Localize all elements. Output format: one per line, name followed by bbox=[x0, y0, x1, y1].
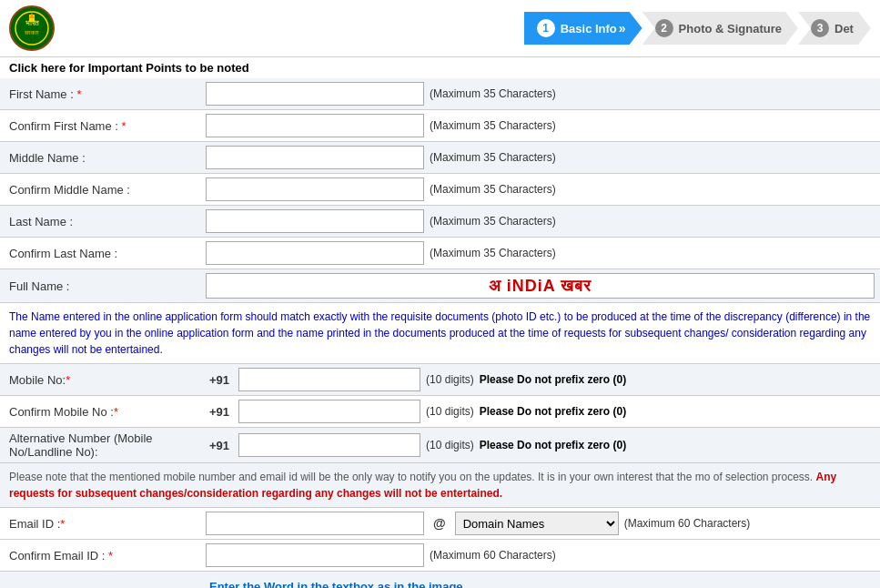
confirm-mobile-input[interactable] bbox=[238, 400, 420, 423]
email-row: Email ID :* @ Domain Names gmail.com yah… bbox=[0, 508, 880, 540]
mobile-no-input-cell: +91 (10 digits) Please Do not prefix zer… bbox=[200, 364, 880, 395]
confirm-mobile-prefix: +91 bbox=[206, 405, 233, 419]
svg-text:सरकार: सरकार bbox=[24, 30, 39, 35]
confirm-last-name-row: Confirm Last Name : (Maximum 35 Characte… bbox=[0, 238, 880, 269]
confirm-last-name-label: Confirm Last Name : bbox=[0, 243, 200, 264]
important-link[interactable]: Click here for Important Points to be no… bbox=[0, 57, 880, 78]
middle-name-row: Middle Name : (Maximum 35 Characters) bbox=[0, 142, 880, 174]
middle-name-label: Middle Name : bbox=[0, 147, 200, 168]
first-name-input-cell: (Maximum 35 Characters) bbox=[200, 78, 880, 109]
alt-number-input[interactable] bbox=[238, 433, 420, 457]
confirm-mobile-row: Confirm Mobile No :* +91 (10 digits) Ple… bbox=[0, 396, 880, 428]
alt-number-input-cell: +91 (10 digits) Please Do not prefix zer… bbox=[200, 430, 880, 461]
confirm-email-label: Confirm Email ID : * bbox=[0, 545, 200, 566]
confirm-last-name-hint: (Maximum 35 Characters) bbox=[430, 247, 556, 259]
step-2-number: 2 bbox=[655, 19, 673, 37]
captcha-instruction-link[interactable]: Enter the Word in the textbox as in the … bbox=[209, 580, 463, 588]
logo: भारत सरकार bbox=[9, 5, 55, 51]
mobile-no-row: Mobile No:* +91 (10 digits) Please Do no… bbox=[0, 364, 880, 396]
first-name-label: First Name : * bbox=[0, 84, 200, 105]
step-1-number: 1 bbox=[537, 19, 555, 37]
mobile-no-label: Mobile No:* bbox=[0, 370, 200, 390]
captcha-instruction-row: Enter the Word in the textbox as in the … bbox=[0, 572, 880, 588]
step-1-chevron: » bbox=[619, 21, 626, 35]
domain-select[interactable]: Domain Names gmail.com yahoo.com hotmail… bbox=[455, 512, 619, 535]
important-link-text[interactable]: Click here for Important Points to be no… bbox=[9, 61, 249, 75]
mobile-required: * bbox=[66, 373, 70, 387]
email-required: * bbox=[60, 517, 65, 531]
step-1[interactable]: 1 Basic Info » bbox=[524, 12, 642, 45]
confirm-first-name-label: Confirm First Name : * bbox=[0, 116, 200, 137]
mobile-input[interactable] bbox=[238, 368, 420, 391]
confirm-last-name-input-cell: (Maximum 35 Characters) bbox=[200, 238, 880, 269]
full-name-row: Full Name : अ iNDiA खबर bbox=[0, 269, 880, 303]
step-3-label: Det bbox=[834, 22, 854, 35]
last-name-label: Last Name : bbox=[0, 211, 200, 232]
confirm-email-input[interactable] bbox=[206, 543, 424, 567]
confirm-mobile-bold-hint: Please Do not prefix zero (0) bbox=[480, 405, 626, 418]
confirm-first-name-required: * bbox=[122, 119, 126, 133]
confirm-email-row: Confirm Email ID : * (Maximum 60 Charact… bbox=[0, 540, 880, 572]
alt-number-bold-hint: Please Do not prefix zero (0) bbox=[480, 439, 626, 451]
confirm-email-input-cell: (Maximum 60 Characters) bbox=[200, 540, 880, 571]
confirm-email-hint: (Maximum 60 Characters) bbox=[430, 549, 556, 562]
email-input-cell: @ Domain Names gmail.com yahoo.com hotma… bbox=[200, 508, 880, 539]
last-name-input-cell: (Maximum 35 Characters) bbox=[200, 206, 880, 237]
step-2[interactable]: 2 Photo & Signature bbox=[642, 12, 798, 45]
step-3[interactable]: 3 Det bbox=[798, 12, 871, 45]
mobile-bold-hint: Please Do not prefix zero (0) bbox=[480, 373, 626, 386]
confirm-mobile-input-cell: +91 (10 digits) Please Do not prefix zer… bbox=[200, 396, 880, 427]
middle-name-input[interactable] bbox=[206, 146, 424, 169]
confirm-last-name-input[interactable] bbox=[206, 241, 424, 265]
alt-number-label: Alternative Number (Mobile No/Landline N… bbox=[0, 428, 200, 462]
full-name-display-cell: अ iNDiA खबर bbox=[200, 269, 880, 302]
mobile-notice-row: Please note that the mentioned mobile nu… bbox=[0, 463, 880, 508]
email-label: Email ID :* bbox=[0, 513, 200, 534]
steps-bar: 1 Basic Info » 2 Photo & Signature 3 Det bbox=[524, 12, 871, 45]
confirm-first-name-row: Confirm First Name : * (Maximum 35 Chara… bbox=[0, 110, 880, 142]
step-1-label: Basic Info bbox=[561, 22, 617, 35]
first-name-input[interactable] bbox=[206, 82, 424, 106]
first-name-required: * bbox=[76, 87, 81, 101]
confirm-mobile-required: * bbox=[114, 405, 118, 419]
confirm-middle-name-row: Confirm Middle Name : (Maximum 35 Charac… bbox=[0, 174, 880, 206]
alt-number-hint: (10 digits) bbox=[426, 439, 474, 451]
email-hint: (Maximum 60 Characters) bbox=[624, 517, 751, 530]
confirm-email-required: * bbox=[108, 549, 113, 563]
email-input[interactable] bbox=[206, 512, 424, 535]
mobile-notice-text: Please note that the mentioned mobile nu… bbox=[9, 471, 813, 483]
confirm-first-name-input-cell: (Maximum 35 Characters) bbox=[200, 110, 880, 141]
confirm-middle-name-input[interactable] bbox=[206, 177, 424, 201]
name-notice: The Name entered in the online applicati… bbox=[0, 303, 880, 364]
header: भारत सरकार 1 Basic Info » 2 Photo & Sign… bbox=[0, 0, 880, 57]
step-2-label: Photo & Signature bbox=[679, 22, 782, 35]
confirm-mobile-hint: (10 digits) bbox=[426, 405, 474, 418]
full-name-label: Full Name : bbox=[0, 276, 200, 297]
middle-name-hint: (Maximum 35 Characters) bbox=[430, 151, 556, 164]
last-name-input[interactable] bbox=[206, 209, 424, 233]
alt-number-row: Alternative Number (Mobile No/Landline N… bbox=[0, 428, 880, 463]
first-name-row: First Name : * (Maximum 35 Characters) bbox=[0, 78, 880, 110]
mobile-hint: (10 digits) bbox=[426, 373, 474, 386]
mobile-prefix: +91 bbox=[206, 373, 233, 387]
confirm-middle-name-hint: (Maximum 35 Characters) bbox=[430, 183, 556, 196]
confirm-mobile-label: Confirm Mobile No :* bbox=[0, 401, 200, 422]
at-symbol: @ bbox=[430, 516, 450, 531]
name-notice-text: The Name entered in the online applicati… bbox=[9, 310, 870, 356]
step-3-number: 3 bbox=[811, 19, 829, 37]
form-container: First Name : * (Maximum 35 Characters) C… bbox=[0, 78, 880, 588]
first-name-hint: (Maximum 35 Characters) bbox=[430, 87, 556, 100]
alt-number-prefix: +91 bbox=[206, 439, 233, 452]
last-name-hint: (Maximum 35 Characters) bbox=[430, 215, 556, 228]
confirm-middle-name-label: Confirm Middle Name : bbox=[0, 179, 200, 200]
full-name-watermark: अ iNDiA खबर bbox=[489, 277, 592, 296]
confirm-first-name-input[interactable] bbox=[206, 114, 424, 137]
confirm-middle-name-input-cell: (Maximum 35 Characters) bbox=[200, 174, 880, 205]
full-name-display: अ iNDiA खबर bbox=[206, 273, 875, 299]
middle-name-input-cell: (Maximum 35 Characters) bbox=[200, 142, 880, 173]
confirm-first-name-hint: (Maximum 35 Characters) bbox=[430, 119, 556, 132]
last-name-row: Last Name : (Maximum 35 Characters) bbox=[0, 206, 880, 238]
